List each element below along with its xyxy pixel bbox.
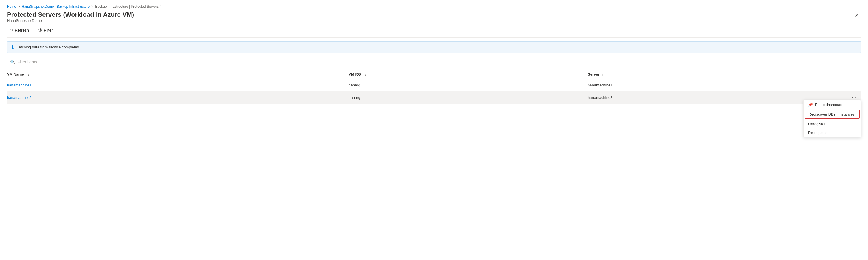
breadcrumb-backup-infra[interactable]: HanaSnapshotDemo | Backup Infrastructure [22,5,90,9]
info-icon: ℹ [12,44,13,50]
col-header-server[interactable]: Server ↑↓ [588,70,827,79]
cell-server-2: hanamachine2 [588,91,827,104]
col-header-actions [827,70,861,79]
filter-icon: ⚗ [38,27,42,33]
page-title: Protected Servers (Workload in Azure VM) [7,11,134,18]
context-menu-reregister[interactable]: Re-register [804,128,861,137]
data-table: VM Name ↑↓ VM RG ↑↓ Server ↑↓ [7,70,861,104]
close-button[interactable]: ✕ [852,11,861,20]
sort-server-icon[interactable]: ↑↓ [601,73,605,76]
filter-button[interactable]: ⚗ Filter [36,26,55,34]
filter-bar[interactable]: 🔍 [7,58,861,66]
page-subtitle: HanaSnapshotDemo [7,18,145,23]
cell-vmname-1: hanamachine1 [7,79,348,91]
table-container: VM Name ↑↓ VM RG ↑↓ Server ↑↓ [7,70,861,104]
page-ellipsis-button[interactable]: ... [137,11,145,18]
context-menu-rediscover[interactable]: Rediscover DBs , Instances [805,110,860,119]
breadcrumb-protected-servers[interactable]: Backup Infrastructure | Protected Server… [95,5,159,9]
vmname-link-1[interactable]: hanamachine1 [7,83,31,87]
sort-vmname-icon[interactable]: ↑↓ [26,73,29,76]
reregister-label: Re-register [808,131,827,135]
page-title-row: Protected Servers (Workload in Azure VM)… [7,11,145,18]
cell-actions-1: ··· [827,79,861,91]
cell-actions-2: ··· 📌 Pin to dashboard Rediscover DBs , … [827,91,861,104]
refresh-button[interactable]: ↻ Refresh [7,26,31,34]
pin-label: Pin to dashboard [815,103,843,107]
unregister-label: Unregister [808,122,826,126]
info-message: Fetching data from service completed. [17,45,80,49]
refresh-icon: ↻ [9,27,13,33]
filter-label: Filter [44,28,53,33]
breadcrumb-home[interactable]: Home [7,5,16,9]
table-header-row: VM Name ↑↓ VM RG ↑↓ Server ↑↓ [7,70,861,79]
row-ellipsis-button-1[interactable]: ··· [850,82,858,88]
table-row: hanamachine2 hanarg hanamachine2 ··· 📌 P… [7,91,861,104]
rediscover-label: Rediscover DBs , Instances [808,112,855,116]
cell-vmname-2: hanamachine2 [7,91,348,104]
page-container: Home > HanaSnapshotDemo | Backup Infrast… [0,0,868,260]
sort-vmrg-icon[interactable]: ↑↓ [363,73,366,76]
page-header: Protected Servers (Workload in Azure VM)… [7,11,861,26]
col-header-vmname[interactable]: VM Name ↑↓ [7,70,348,79]
info-banner: ℹ Fetching data from service completed. [7,41,861,53]
page-header-left: Protected Servers (Workload in Azure VM)… [7,11,145,26]
cell-vmrg-2: hanarg [348,91,588,104]
refresh-label: Refresh [15,28,29,33]
search-icon: 🔍 [10,60,15,64]
vmname-link-2[interactable]: hanamachine2 [7,96,31,100]
cell-vmrg-1: hanarg [348,79,588,91]
cell-server-1: hanamachine1 [588,79,827,91]
context-menu: 📌 Pin to dashboard Rediscover DBs , Inst… [803,100,861,138]
pin-icon: 📌 [808,103,813,107]
context-menu-unregister[interactable]: Unregister [804,119,861,128]
filter-input[interactable] [17,60,858,64]
toolbar-divider [7,37,861,38]
context-menu-pin[interactable]: 📌 Pin to dashboard [804,100,861,109]
row-ellipsis-button-2[interactable]: ··· [850,94,858,101]
table-row: hanamachine1 hanarg hanamachine1 ··· [7,79,861,91]
breadcrumb: Home > HanaSnapshotDemo | Backup Infrast… [7,5,861,9]
toolbar: ↻ Refresh ⚗ Filter [7,26,861,34]
col-header-vmrg[interactable]: VM RG ↑↓ [348,70,588,79]
